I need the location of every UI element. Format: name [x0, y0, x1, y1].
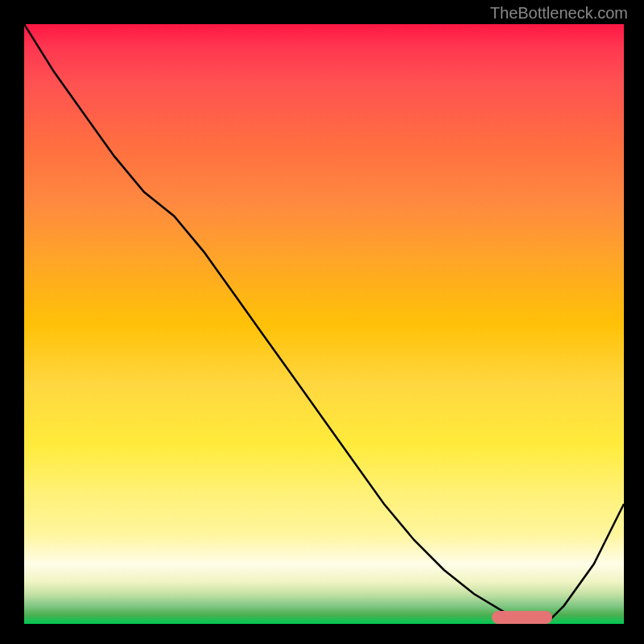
optimal-range-marker — [492, 611, 552, 624]
bottleneck-curve — [24, 24, 624, 624]
watermark-text: TheBottleneck.com — [490, 4, 628, 23]
